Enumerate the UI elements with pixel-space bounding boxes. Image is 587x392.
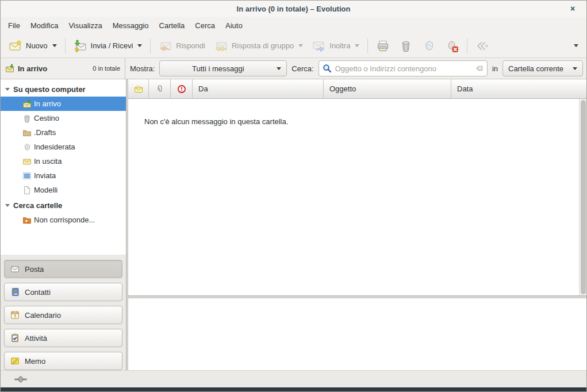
column-oggetto[interactable]: Oggetto — [324, 79, 451, 99]
forward-button[interactable]: Inoltra — [308, 36, 364, 56]
junk-icon — [422, 39, 436, 53]
sidebar-item-inviata[interactable]: Inviata — [1, 168, 126, 183]
menu-cartella[interactable]: Cartella — [154, 18, 190, 33]
print-button[interactable] — [371, 36, 394, 56]
message-list: Da Oggetto Data Non c'è alcun messaggio … — [128, 79, 586, 295]
in-label: in — [492, 64, 498, 73]
trash-icon — [22, 114, 32, 123]
menu-messaggio[interactable]: Messaggio — [108, 18, 154, 33]
print-icon — [376, 39, 390, 53]
not-junk-button[interactable] — [440, 36, 463, 56]
expander-icon[interactable] — [5, 204, 10, 207]
sidebar-item-drafts[interactable]: .Drafts — [1, 125, 126, 140]
message-filter-dropdown[interactable]: Tutti i messaggi — [159, 60, 287, 76]
toolbar-overflow-button[interactable] — [568, 41, 583, 50]
column-label: Data — [457, 84, 473, 93]
sidebar-item-label: In arrivo — [34, 99, 61, 108]
scrollbar-cap — [579, 79, 586, 99]
message-list-scrollbar[interactable] — [579, 99, 586, 295]
menu-aiuto[interactable]: Aiuto — [220, 18, 248, 33]
calendar-icon: 3 — [10, 310, 20, 320]
memo-icon — [10, 356, 20, 366]
previous-message-button[interactable] — [471, 36, 494, 56]
switcher-label: Posta — [25, 265, 44, 274]
message-status-icon — [134, 84, 143, 94]
forward-icon — [312, 39, 326, 53]
folder-icon — [22, 128, 32, 137]
column-priority[interactable] — [171, 79, 193, 99]
contacts-icon — [10, 287, 20, 297]
window-title: In arrivo (0 in totale) – Evolution — [237, 5, 351, 13]
sidebar-item-in-uscita[interactable]: In uscita — [1, 154, 126, 168]
new-mail-icon — [9, 39, 22, 53]
new-button[interactable]: Nuovo — [4, 36, 62, 56]
not-junk-icon — [445, 39, 459, 53]
junk-folder-icon — [22, 143, 32, 152]
switcher-posta-button[interactable]: Posta — [4, 260, 122, 278]
menu-modifica[interactable]: Modifica — [25, 18, 63, 33]
sidebar-item-indesiderata[interactable]: Indesiderata — [1, 140, 126, 154]
column-attachment[interactable] — [149, 79, 171, 99]
sidebar-item-label: In uscita — [34, 157, 62, 166]
overflow-icon — [574, 44, 578, 47]
switcher-calendario-button[interactable]: 3 Calendario — [4, 306, 122, 324]
search-input[interactable] — [335, 64, 471, 73]
toolbar-separator — [65, 39, 66, 53]
tasks-icon — [10, 333, 20, 343]
online-status-icon[interactable] — [14, 376, 27, 383]
sidebar-item-label: Non corrisponde... — [34, 216, 95, 224]
send-receive-label: Invia / Ricevi — [91, 41, 133, 50]
reply-group-button[interactable]: Risposta di gruppo — [210, 36, 308, 56]
switcher-label: Attività — [25, 334, 47, 343]
switcher-memo-button[interactable]: Memo — [4, 352, 122, 370]
reply-all-icon — [214, 39, 228, 53]
toolbar-separator — [367, 39, 368, 53]
send-receive-button[interactable]: Invia / Ricevi — [69, 36, 147, 56]
column-label: Da — [198, 84, 208, 93]
scrollbar-thumb[interactable] — [581, 100, 586, 294]
current-folder-indicator: In arrivo 0 in totale — [1, 58, 125, 79]
chevron-down-icon[interactable] — [52, 44, 57, 47]
switcher-label: Calendario — [25, 311, 61, 320]
reply-button[interactable]: Rispondi — [154, 36, 210, 56]
menu-visualizza[interactable]: Visualizza — [63, 18, 107, 33]
chevron-down-icon[interactable] — [298, 44, 303, 47]
chevron-down-icon — [573, 67, 577, 70]
chevron-down-icon — [277, 67, 281, 70]
sidebar-item-in-arrivo[interactable]: In arrivo — [1, 97, 126, 111]
switcher-attivita-button[interactable]: Attività — [4, 329, 122, 347]
delete-button[interactable] — [394, 36, 417, 56]
new-button-label: Nuovo — [26, 41, 48, 50]
clear-search-icon[interactable] — [474, 64, 484, 73]
priority-icon — [177, 84, 186, 94]
switcher-contatti-button[interactable]: Contatti — [4, 283, 122, 301]
reply-group-label: Risposta di gruppo — [232, 41, 294, 50]
column-data[interactable]: Data — [451, 79, 579, 99]
search-entry[interactable] — [319, 60, 488, 76]
message-filter-value: Tutti i messaggi — [192, 64, 244, 73]
expander-icon[interactable] — [5, 88, 10, 91]
sidebar-group-cerca-cartelle[interactable]: Cerca cartelle — [1, 198, 126, 213]
search-scope-dropdown[interactable]: Cartella corrente — [502, 60, 583, 76]
menu-cerca[interactable]: Cerca — [190, 18, 220, 33]
search-scope-value: Cartella corrente — [508, 64, 563, 73]
sidebar-item-cestino[interactable]: Cestino — [1, 111, 126, 125]
menu-file[interactable]: File — [3, 18, 25, 33]
junk-button[interactable] — [417, 36, 440, 56]
bottom-edge — [1, 387, 586, 391]
toolbar: Nuovo Invia / Ricevi Rispondi — [1, 34, 586, 58]
mail-icon — [10, 264, 20, 274]
inbox-icon — [22, 99, 32, 109]
column-da[interactable]: Da — [193, 79, 324, 99]
column-status[interactable] — [128, 79, 149, 99]
chevron-down-icon[interactable] — [355, 44, 359, 47]
chevron-down-icon[interactable] — [137, 44, 142, 47]
sidebar-item-non-corrisponde[interactable]: Non corrisponde... — [1, 213, 126, 227]
switcher-label: Contatti — [25, 288, 51, 297]
filter-search-bar: In arrivo 0 in totale Mostra: Tutti i me… — [1, 58, 586, 79]
sidebar-group-this-computer[interactable]: Su questo computer — [1, 82, 126, 97]
toolbar-separator — [467, 39, 467, 53]
sidebar-item-modelli[interactable]: Modelli — [1, 183, 126, 197]
view-switcher: Posta Contatti — [1, 255, 126, 370]
close-button[interactable]: × — [567, 3, 578, 14]
